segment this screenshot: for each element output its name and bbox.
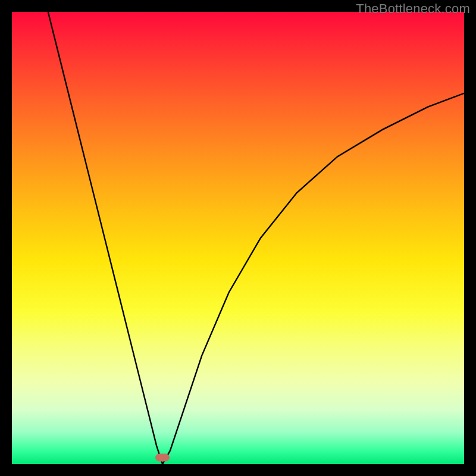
optimal-point-marker: [155, 454, 170, 462]
plot-area: [12, 12, 464, 464]
bottleneck-curve: [12, 12, 464, 464]
watermark-text: TheBottleneck.com: [356, 1, 470, 17]
